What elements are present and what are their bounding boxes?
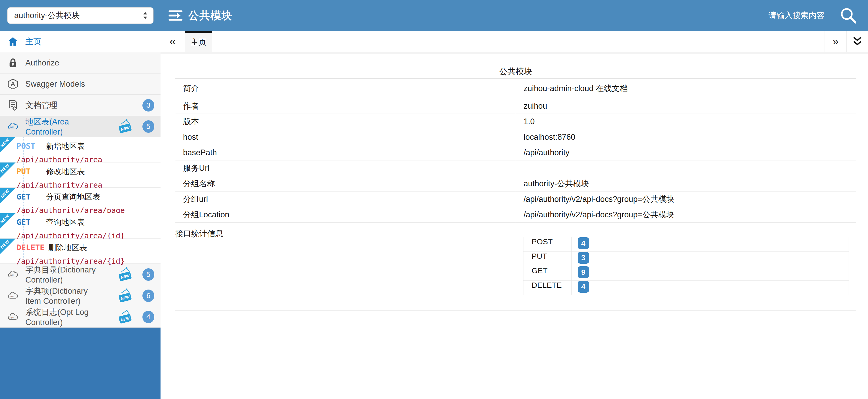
row-label: 分组名称 bbox=[175, 176, 516, 192]
search-button[interactable] bbox=[839, 6, 858, 25]
sidebar: 主页 Authorize Swagger Models bbox=[0, 31, 160, 399]
stats-count-cell: 3 bbox=[571, 252, 849, 266]
new-badge-icon: NEW bbox=[117, 119, 133, 134]
stats-count-cell: 4 bbox=[571, 237, 849, 252]
sidebar-item-doc-manage[interactable]: 文档管理 3 bbox=[0, 95, 160, 116]
new-badge-icon: NEW bbox=[117, 267, 133, 282]
api-name: 新增地区表 bbox=[46, 141, 85, 152]
row-label: 版本 bbox=[175, 114, 516, 130]
api-name: 查询地区表 bbox=[46, 217, 85, 228]
lock-icon bbox=[7, 57, 19, 68]
tab-bar: « 主页 » bbox=[160, 31, 868, 54]
sidebar-item-label: 字典项(Dictionary Item Controller) bbox=[25, 286, 104, 306]
sidebar-item-label: Authorize bbox=[25, 58, 59, 67]
sidebar-item-label: 系统日志(Opt Log Controller) bbox=[25, 307, 104, 327]
main-layout: 主页 Authorize Swagger Models bbox=[0, 31, 868, 399]
menu-lines-icon bbox=[167, 7, 184, 24]
row-value bbox=[516, 161, 856, 176]
search-input[interactable] bbox=[732, 11, 825, 20]
sidebar-item-label: 字典目录(Dictionary Controller) bbox=[25, 264, 104, 285]
sidebar-item-label: 主页 bbox=[25, 36, 41, 47]
stats-row-label: 接口统计信息 bbox=[175, 223, 516, 311]
tabs-scroll-right-button[interactable]: » bbox=[825, 31, 846, 52]
tab-label: 主页 bbox=[191, 37, 206, 48]
stats-count-cell: 4 bbox=[571, 281, 849, 295]
count-badge: 4 bbox=[143, 311, 154, 323]
row-value: /api/authority bbox=[516, 145, 856, 161]
row-value: authority-公共模块 bbox=[516, 176, 856, 192]
stats-method: GET bbox=[523, 266, 571, 281]
api-name: 分页查询地区表 bbox=[46, 192, 100, 202]
stats-method: POST bbox=[523, 237, 571, 252]
page-title: 公共模块 bbox=[188, 8, 232, 23]
svg-text:API: API bbox=[9, 316, 14, 319]
count-badge: 6 bbox=[143, 289, 154, 302]
sidebar-item-label: 地区表(Area Controller) bbox=[25, 116, 104, 137]
row-label: 分组url bbox=[175, 192, 516, 207]
count-badge: 9 bbox=[578, 266, 589, 278]
tabbar-spacer bbox=[212, 31, 825, 52]
select-updown-icon bbox=[143, 11, 148, 20]
sidebar-item-home[interactable]: 主页 bbox=[0, 31, 160, 52]
svg-text:API: API bbox=[9, 126, 14, 129]
api-cloud-icon: API bbox=[7, 311, 19, 323]
group-select[interactable]: authority-公共模块 bbox=[7, 7, 154, 24]
api-item-post-add-area[interactable]: NEW POST 新增地区表 /api/authority/area bbox=[0, 137, 160, 163]
tabs-scroll-left-button[interactable]: « bbox=[160, 31, 185, 52]
top-header: authority-公共模块 公共模块 bbox=[0, 0, 868, 31]
count-badge: 3 bbox=[143, 99, 154, 112]
module-info-content: 公共模块 简介 zuihou-admin-cloud 在线文档 作者 zuiho… bbox=[160, 54, 868, 311]
api-item-get-area-by-id[interactable]: NEW GET 查询地区表 /api/authority/area/{id} bbox=[0, 213, 160, 238]
count-badge: 4 bbox=[578, 237, 589, 249]
api-method: GET bbox=[17, 192, 42, 201]
row-label: host bbox=[175, 130, 516, 145]
api-item-get-page-area[interactable]: NEW GET 分页查询地区表 /api/authority/area/page bbox=[0, 188, 160, 213]
row-label: 作者 bbox=[175, 98, 516, 114]
stats-count-cell: 9 bbox=[571, 266, 849, 281]
api-path: /api/authority/area/{id} bbox=[17, 257, 156, 265]
api-method: DELETE bbox=[17, 243, 44, 252]
sidebar-item-label: Swagger Models bbox=[25, 80, 85, 89]
api-cloud-icon: API bbox=[7, 121, 19, 132]
row-value: zuihou bbox=[516, 98, 856, 114]
count-badge: 5 bbox=[143, 268, 154, 281]
api-method: POST bbox=[17, 142, 42, 151]
tab-home[interactable]: 主页 bbox=[185, 31, 212, 52]
sidebar-item-swagger-models[interactable]: Swagger Models bbox=[0, 74, 160, 95]
count-badge: 3 bbox=[578, 252, 589, 264]
sidebar-item-label: 文档管理 bbox=[25, 100, 57, 111]
row-value: 1.0 bbox=[516, 114, 856, 130]
method-stats-table: POST 4 PUT 3 bbox=[523, 237, 849, 295]
new-badge-icon: NEW bbox=[117, 310, 133, 324]
group-select-value: authority-公共模块 bbox=[14, 10, 80, 21]
api-name: 删除地区表 bbox=[48, 243, 87, 253]
svg-text:API: API bbox=[9, 295, 14, 298]
stats-row-value: POST 4 PUT 3 bbox=[516, 223, 856, 311]
sidebar-item-dictionary-controller[interactable]: API 字典目录(Dictionary Controller) NEW 5 bbox=[0, 264, 160, 285]
sidebar-item-area-controller[interactable]: API 地区表(Area Controller) NEW 5 bbox=[0, 116, 160, 137]
sidebar-item-opt-log-controller[interactable]: API 系统日志(Opt Log Controller) NEW 4 bbox=[0, 306, 160, 327]
module-table-title: 公共模块 bbox=[175, 65, 856, 79]
sidebar-filler bbox=[0, 327, 160, 399]
home-icon bbox=[7, 36, 19, 47]
svg-text:API: API bbox=[9, 274, 14, 277]
api-cloud-icon: API bbox=[7, 269, 19, 280]
module-info-table: 公共模块 简介 zuihou-admin-cloud 在线文档 作者 zuiho… bbox=[175, 65, 856, 311]
count-badge: 5 bbox=[143, 120, 154, 133]
hexagon-model-icon bbox=[7, 78, 19, 90]
sidebar-item-dictionary-item-controller[interactable]: API 字典项(Dictionary Item Controller) NEW … bbox=[0, 285, 160, 306]
count-badge: 4 bbox=[578, 281, 589, 293]
api-item-delete-area[interactable]: NEW DELETE 删除地区表 /api/authority/area/{id… bbox=[0, 238, 160, 264]
api-cloud-icon: API bbox=[7, 290, 19, 302]
main-panel: « 主页 » 公共模块 简介 zuihou-admin-cloud 在线文档 bbox=[160, 31, 868, 399]
row-value: localhost:8760 bbox=[516, 130, 856, 145]
tabs-collapse-button[interactable] bbox=[846, 31, 868, 52]
row-label: 分组Location bbox=[175, 207, 516, 223]
row-label: 简介 bbox=[175, 79, 516, 98]
row-label: basePath bbox=[175, 145, 516, 161]
sidebar-item-authorize[interactable]: Authorize bbox=[0, 52, 160, 74]
row-value: /api/authority/v2/api-docs?group=公共模块 bbox=[516, 192, 856, 207]
new-badge-icon: NEW bbox=[117, 288, 133, 303]
row-value: /api/authority/v2/api-docs?group=公共模块 bbox=[516, 207, 856, 223]
api-item-put-update-area[interactable]: NEW PUT 修改地区表 /api/authority/area bbox=[0, 163, 160, 188]
